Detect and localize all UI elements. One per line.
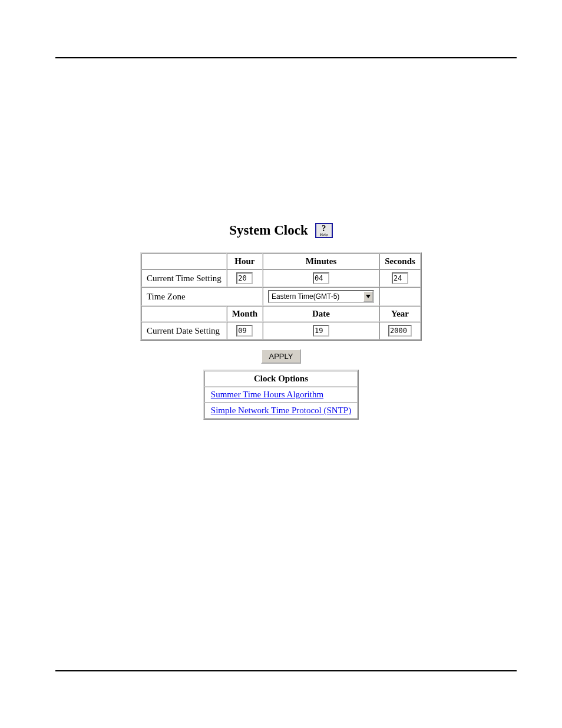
page-title: System Clock xyxy=(229,223,308,238)
clock-settings-table: Hour Minutes Seconds Current Time Settin… xyxy=(140,252,422,341)
hour-input[interactable] xyxy=(236,272,253,284)
blank-header xyxy=(141,253,227,269)
horizontal-rule-top xyxy=(55,57,517,58)
month-input[interactable] xyxy=(236,325,253,337)
minutes-input[interactable] xyxy=(313,272,329,284)
current-date-label: Current Date Setting xyxy=(141,322,227,340)
year-input[interactable] xyxy=(388,325,412,337)
timezone-select[interactable]: Eastern Time(GMT-5) xyxy=(268,290,374,303)
timezone-value: Eastern Time(GMT-5) xyxy=(269,291,363,302)
svg-marker-0 xyxy=(366,295,371,298)
seconds-header: Seconds xyxy=(379,253,421,269)
hour-header: Hour xyxy=(227,253,263,269)
apply-button[interactable]: APPLY xyxy=(261,349,302,364)
summer-time-link[interactable]: Summer Time Hours Algorithm xyxy=(211,390,323,399)
dropdown-arrow-icon xyxy=(363,291,373,302)
clock-options-table: Clock Options Summer Time Hours Algorith… xyxy=(203,370,359,420)
month-header: Month xyxy=(227,306,263,322)
seconds-input[interactable] xyxy=(392,272,408,284)
horizontal-rule-bottom xyxy=(55,670,517,671)
minutes-header: Minutes xyxy=(263,253,379,269)
date-header: Date xyxy=(263,306,379,322)
time-zone-label: Time Zone xyxy=(141,287,263,306)
current-time-label: Current Time Setting xyxy=(141,269,227,287)
help-icon-glyph: ? xyxy=(322,225,326,233)
sntp-link[interactable]: Simple Network Time Protocol (SNTP) xyxy=(211,406,351,415)
blank-header-2 xyxy=(141,306,227,322)
day-input[interactable] xyxy=(313,325,329,337)
clock-options-header: Clock Options xyxy=(204,371,358,387)
system-clock-panel: System Clock ? Help Hour Minutes Seconds… xyxy=(0,223,562,420)
timezone-blank-cell xyxy=(379,287,421,306)
help-icon[interactable]: ? Help xyxy=(315,223,333,238)
year-header: Year xyxy=(379,306,421,322)
help-icon-label: Help xyxy=(320,233,328,237)
